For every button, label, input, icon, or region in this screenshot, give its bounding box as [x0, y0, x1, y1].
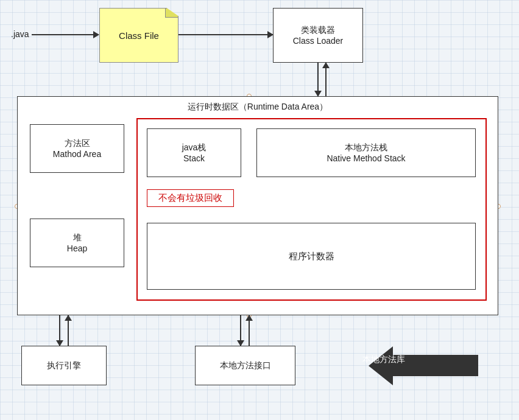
class-loader-line2: Class Loader: [293, 36, 344, 46]
class-loader-box: 类装载器 Class Loader: [273, 8, 363, 63]
native-stack-line1: 本地方法栈: [345, 142, 387, 153]
exec-engine-box: 执行引擎: [21, 346, 107, 385]
arrow-classfile-to-classloader: [178, 34, 273, 35]
arrow-runtime-up-to-classloader: [325, 63, 327, 96]
heap-line2: Heap: [67, 243, 87, 253]
native-lib-arrow-container: [344, 346, 478, 385]
program-counter-box: 程序计数器: [147, 223, 476, 290]
stack-box: java栈 Stack: [147, 128, 241, 177]
method-area-line2: Mathod Area: [53, 149, 101, 159]
native-method-stack-box: 本地方法栈 Native Method Stack: [256, 128, 476, 177]
arrow-down-to-exec: [59, 315, 60, 346]
exec-engine-label: 执行引擎: [47, 360, 81, 371]
arrow-classloader-down: [317, 63, 319, 96]
no-gc-label: 不会有垃圾回收: [147, 189, 234, 207]
heap-line1: 堆: [73, 233, 82, 243]
class-file-label: Class File: [119, 30, 159, 41]
java-label: .java: [11, 29, 29, 39]
class-file-box: Class File: [99, 8, 178, 63]
runtime-title: 运行时数据区（Runtime Data Area）: [188, 102, 328, 113]
stack-line2: Stack: [183, 153, 205, 163]
runtime-data-area: 运行时数据区（Runtime Data Area） 方法区 Mathod Are…: [17, 96, 498, 315]
arrow-body: [393, 355, 478, 376]
method-area-box: 方法区 Mathod Area: [30, 124, 124, 173]
class-loader-line1: 类装载器: [301, 25, 335, 36]
diagram-container: .java Class File 类装载器 Class Loader 运行时数据…: [0, 0, 519, 420]
stack-line1: java栈: [182, 142, 207, 153]
red-inner-box: java栈 Stack 本地方法栈 Native Method Stack 不会…: [136, 118, 487, 301]
arrow-up-from-native-interface: [249, 315, 250, 346]
heap-box: 堆 Heap: [30, 219, 124, 267]
native-interface-label: 本地方法接口: [220, 360, 271, 371]
native-lib-big-arrow: [369, 346, 478, 385]
native-stack-line2: Native Method Stack: [327, 153, 405, 163]
pc-label: 程序计数器: [289, 251, 334, 262]
arrow-up-from-exec: [68, 315, 69, 346]
arrow-java-to-classfile: [32, 34, 99, 35]
method-area-line1: 方法区: [65, 138, 90, 149]
native-lib-label: 本地方法库: [362, 354, 405, 365]
arrow-head: [369, 346, 393, 385]
arrow-down-to-native-interface: [240, 315, 241, 346]
native-interface-box: 本地方法接口: [195, 346, 295, 385]
